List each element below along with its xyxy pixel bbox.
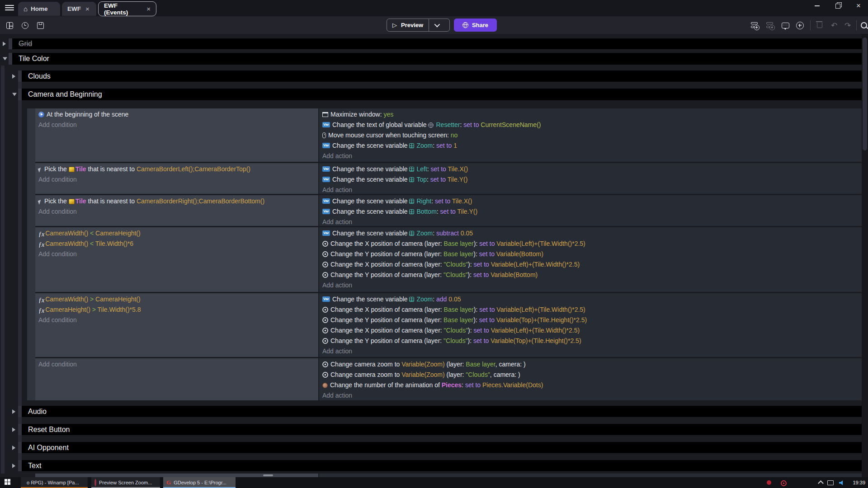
add-subevent-button[interactable] bbox=[764, 19, 776, 31]
tray-network-icon[interactable] bbox=[827, 480, 834, 485]
event-line[interactable]: At the beginning of the scene bbox=[35, 109, 318, 120]
search-button[interactable] bbox=[858, 19, 868, 31]
minimize-button[interactable] bbox=[809, 0, 825, 12]
group-bar[interactable]: AI Opponent bbox=[22, 442, 862, 453]
chevron-right-icon[interactable] bbox=[12, 464, 15, 468]
event-conditions[interactable]: CameraWidth() < CameraHeight()CameraWidt… bbox=[35, 227, 318, 292]
add-condition-button[interactable]: Add condition bbox=[35, 249, 318, 259]
event-line[interactable]: Change the scene variable Zoom: subtract… bbox=[319, 228, 862, 239]
event-line[interactable]: Change the scene variable Right: set to … bbox=[319, 196, 862, 206]
add-action-button[interactable]: Add action bbox=[319, 151, 862, 161]
add-action-button[interactable]: Add action bbox=[319, 390, 862, 400]
event-line[interactable]: Change the X position of camera (layer: … bbox=[319, 305, 862, 315]
event-line[interactable]: Change the Y position of camera (layer: … bbox=[319, 249, 862, 259]
event-line[interactable]: Change the X position of camera (layer: … bbox=[319, 325, 862, 336]
chevron-down-icon[interactable] bbox=[434, 22, 440, 28]
taskbar-app-o[interactable]: o RPG) - Winamp [Pa... bbox=[21, 477, 88, 488]
group-row-ai-opponent[interactable]: AI Opponent bbox=[0, 442, 862, 453]
group-bar[interactable]: Tile Color bbox=[12, 53, 862, 65]
save-button[interactable] bbox=[34, 19, 46, 31]
event-line[interactable]: CameraWidth() < CameraHeight() bbox=[35, 228, 318, 239]
add-condition-button[interactable]: Add condition bbox=[35, 315, 318, 325]
event-line[interactable]: Change the Y position of camera (layer: … bbox=[319, 270, 862, 280]
tray-chevron-up-icon[interactable] bbox=[818, 480, 824, 486]
group-bar[interactable]: Text bbox=[22, 460, 862, 471]
redo-button[interactable]: ↷ bbox=[842, 19, 854, 31]
add-action-button[interactable]: Add action bbox=[319, 280, 862, 291]
start-button[interactable] bbox=[5, 479, 13, 486]
event-actions[interactable]: Change the scene variable Zoom: add 0.05… bbox=[319, 293, 862, 357]
add-action-button[interactable]: Add action bbox=[319, 217, 862, 226]
event-line[interactable]: Change the scene variable Zoom: add 0.05 bbox=[319, 294, 862, 305]
close-tab-icon[interactable]: × bbox=[146, 5, 151, 13]
event-line[interactable]: Change the scene variable Bottom: set to… bbox=[319, 206, 862, 217]
group-row-text[interactable]: Text bbox=[0, 460, 862, 471]
event-line[interactable]: Change the scene variable Left: set to T… bbox=[319, 164, 862, 174]
chevron-down-icon[interactable] bbox=[3, 57, 7, 61]
group-row-reset-button[interactable]: Reset Button bbox=[0, 424, 862, 435]
tab-ewf[interactable]: EWF× bbox=[62, 2, 96, 16]
event-line[interactable]: CameraHeight() > Tile.Width()*5.8 bbox=[35, 305, 318, 315]
add-action-button[interactable]: Add action bbox=[319, 185, 862, 194]
taskbar-app-gdevelop[interactable]: GGDevelop 5 - E:\Progr... bbox=[163, 477, 236, 488]
group-row-clouds[interactable]: Clouds bbox=[0, 70, 862, 82]
group-bar[interactable]: Grid bbox=[12, 38, 862, 49]
event-line[interactable]: Maximize window: yes bbox=[319, 109, 862, 120]
add-condition-button[interactable]: Add condition bbox=[35, 174, 318, 185]
chevron-right-icon[interactable] bbox=[12, 74, 15, 79]
chevron-right-icon[interactable] bbox=[3, 42, 6, 46]
event-line[interactable]: Change the scene variable Top: set to Ti… bbox=[319, 174, 862, 185]
add-comment-button[interactable]: ··· bbox=[779, 19, 791, 31]
share-button[interactable]: Share bbox=[454, 19, 497, 32]
chevron-right-icon[interactable] bbox=[12, 446, 15, 450]
group-row-camera-and-beginning[interactable]: Camera and Beginning bbox=[0, 89, 862, 100]
event-line[interactable]: Change the number of the animation of Pi… bbox=[319, 380, 862, 390]
group-row-grid[interactable]: Grid bbox=[0, 38, 862, 49]
event-line[interactable]: CameraWidth() < Tile.Width()*6 bbox=[35, 239, 318, 249]
event-actions[interactable]: Change camera zoom to Variable(Zoom) (la… bbox=[319, 358, 862, 400]
group-row-tile-color[interactable]: Tile Color bbox=[0, 53, 862, 65]
add-action-button[interactable]: Add action bbox=[319, 346, 862, 357]
group-row-audio[interactable]: Audio bbox=[0, 406, 862, 417]
undo-button[interactable]: ↶ bbox=[828, 19, 840, 31]
chevron-right-icon[interactable] bbox=[12, 427, 15, 432]
event-actions[interactable]: Change the scene variable Zoom: subtract… bbox=[319, 227, 862, 292]
restore-button[interactable] bbox=[830, 0, 845, 12]
event-conditions[interactable]: Pick the Tile that is nearest to CameraB… bbox=[35, 163, 318, 194]
history-button[interactable] bbox=[19, 19, 31, 31]
add-condition-button[interactable]: Add condition bbox=[35, 206, 318, 217]
group-bar[interactable]: Audio bbox=[22, 406, 862, 417]
tray-red-ring-icon[interactable] bbox=[781, 480, 787, 486]
add-condition-button[interactable]: Add condition bbox=[35, 120, 318, 130]
scrollbar-thumb[interactable] bbox=[863, 38, 867, 150]
event-line[interactable]: Change the Y position of camera (layer: … bbox=[319, 315, 862, 325]
event-line[interactable]: Pick the Tile that is nearest to CameraB… bbox=[35, 164, 318, 174]
tab-home[interactable]: ⌂Home bbox=[18, 2, 60, 16]
tray-red-app-icon[interactable] bbox=[767, 480, 771, 485]
event-conditions[interactable]: Add condition bbox=[35, 358, 318, 400]
taskbar-app-preview[interactable]: Preview Screen Zoom... bbox=[91, 477, 160, 488]
event-line[interactable]: Change the Y position of camera (layer: … bbox=[319, 336, 862, 346]
group-bar[interactable]: Camera and Beginning bbox=[22, 89, 862, 100]
event-actions[interactable]: Change the scene variable Left: set to T… bbox=[319, 163, 862, 194]
close-button[interactable]: × bbox=[851, 0, 866, 12]
delete-button[interactable] bbox=[814, 19, 826, 31]
event-line[interactable]: CameraWidth() > CameraHeight() bbox=[35, 294, 318, 305]
group-bar[interactable]: Clouds bbox=[22, 70, 862, 82]
project-panels-button[interactable] bbox=[4, 19, 15, 31]
tray-volume-icon[interactable] bbox=[839, 480, 844, 485]
event-line[interactable]: Change camera zoom to Variable(Zoom) (la… bbox=[319, 370, 862, 380]
main-menu-icon[interactable] bbox=[5, 5, 14, 11]
chevron-down-icon[interactable] bbox=[12, 93, 17, 96]
event-line[interactable]: Move mouse cursor when touching screen: … bbox=[319, 130, 862, 141]
add-other-event-button[interactable] bbox=[794, 19, 806, 31]
event-line[interactable]: Change the text of global variable Reset… bbox=[319, 120, 862, 130]
close-tab-icon[interactable]: × bbox=[85, 5, 90, 13]
scrollbar-track[interactable] bbox=[862, 34, 868, 477]
event-conditions[interactable]: CameraWidth() > CameraHeight()CameraHeig… bbox=[35, 293, 318, 357]
event-line[interactable]: Pick the Tile that is nearest to CameraB… bbox=[35, 196, 318, 206]
event-conditions[interactable]: At the beginning of the sceneAdd conditi… bbox=[35, 108, 318, 162]
add-condition-button[interactable]: Add condition bbox=[35, 359, 318, 370]
group-bar[interactable]: Reset Button bbox=[22, 424, 862, 435]
clock[interactable]: 19:39 bbox=[853, 480, 865, 485]
